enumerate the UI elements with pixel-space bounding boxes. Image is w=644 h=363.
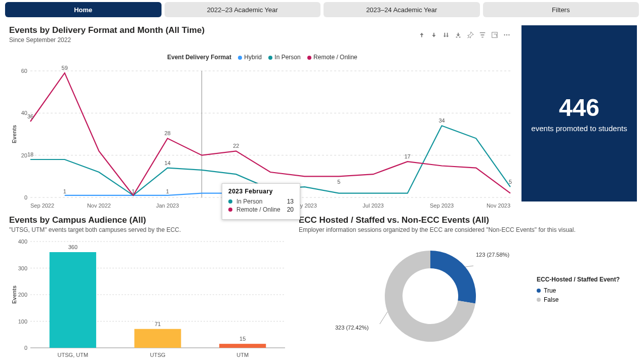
svg-text:1: 1 bbox=[132, 188, 135, 194]
donut-label-false: 323 (72.42%) bbox=[335, 325, 369, 331]
tooltip-val-remote: 20 bbox=[287, 206, 294, 213]
donut-sw-true bbox=[537, 289, 541, 293]
svg-text:Jan 2023: Jan 2023 bbox=[156, 203, 179, 209]
svg-text:34: 34 bbox=[438, 117, 445, 124]
tab-2023-24[interactable]: 2023–24 Academic Year bbox=[324, 2, 480, 17]
svg-line-56 bbox=[465, 266, 473, 267]
svg-line-57 bbox=[380, 312, 387, 324]
chart-tooltip: 2023 February In Person 13 Remote / Onli… bbox=[222, 183, 300, 220]
svg-text:5: 5 bbox=[337, 179, 340, 185]
svg-text:Nov 2022: Nov 2022 bbox=[87, 203, 111, 209]
barchart-svg[interactable]: 0100200300400360UTSG, UTM71UTSG15UTMEven… bbox=[9, 236, 290, 363]
focus-icon[interactable] bbox=[491, 31, 498, 38]
tab-bar: Home 2022–23 Academic Year 2023–24 Acade… bbox=[0, 0, 644, 17]
tooltip-val-inperson: 13 bbox=[287, 198, 294, 205]
donut-legend: ECC-Hosted / Staffed Event? True False bbox=[537, 276, 620, 305]
svg-rect-45 bbox=[50, 252, 96, 348]
svg-text:400: 400 bbox=[18, 238, 27, 245]
svg-text:1: 1 bbox=[63, 188, 66, 194]
tab-home[interactable]: Home bbox=[5, 2, 162, 17]
svg-text:Nov 2023: Nov 2023 bbox=[487, 203, 510, 209]
svg-text:28: 28 bbox=[165, 130, 171, 136]
svg-point-2 bbox=[506, 34, 507, 35]
tab-2022-23[interactable]: 2022–23 Academic Year bbox=[165, 2, 321, 17]
tooltip-dot-remote bbox=[228, 208, 232, 212]
svg-text:Events: Events bbox=[11, 125, 17, 143]
barchart-visual: Events by Campus Audience (All) "UTSG, U… bbox=[9, 215, 290, 363]
svg-text:Sep 2022: Sep 2022 bbox=[30, 203, 54, 209]
pin-icon[interactable] bbox=[467, 31, 474, 38]
donut-legend-true[interactable]: True bbox=[544, 287, 556, 294]
svg-text:Jul 2023: Jul 2023 bbox=[363, 203, 384, 209]
svg-point-3 bbox=[508, 34, 509, 35]
svg-text:60: 60 bbox=[21, 68, 27, 74]
svg-rect-51 bbox=[219, 344, 266, 348]
svg-text:360: 360 bbox=[68, 244, 77, 250]
kpi-value: 446 bbox=[559, 94, 599, 122]
svg-text:5: 5 bbox=[509, 179, 512, 185]
visual-toolbar bbox=[418, 31, 510, 38]
svg-text:100: 100 bbox=[18, 318, 27, 325]
svg-text:22: 22 bbox=[233, 143, 239, 149]
drillup-icon[interactable] bbox=[418, 31, 425, 38]
tooltip-dot-inperson bbox=[228, 199, 232, 204]
svg-rect-48 bbox=[134, 329, 181, 348]
donut-sw-false bbox=[537, 298, 541, 302]
svg-text:20: 20 bbox=[21, 152, 27, 158]
svg-text:40: 40 bbox=[21, 110, 27, 116]
barchart-subtitle: "UTSG, UTM" events target both campuses … bbox=[9, 226, 290, 233]
donut-legend-false[interactable]: False bbox=[544, 296, 558, 303]
svg-text:Events: Events bbox=[11, 286, 17, 304]
svg-text:UTM: UTM bbox=[236, 352, 249, 358]
drilldown-icon[interactable] bbox=[430, 31, 437, 38]
svg-text:17: 17 bbox=[405, 153, 411, 159]
donut-visual: ECC Hosted / Staffed vs. Non-ECC Events … bbox=[299, 215, 643, 363]
svg-text:Sep 2023: Sep 2023 bbox=[430, 203, 454, 209]
donut-legend-title: ECC-Hosted / Staffed Event? bbox=[537, 276, 620, 283]
svg-text:1: 1 bbox=[166, 188, 169, 194]
svg-text:UTSG, UTM: UTSG, UTM bbox=[58, 352, 89, 358]
svg-text:59: 59 bbox=[62, 65, 68, 71]
svg-text:18: 18 bbox=[27, 151, 33, 157]
donut-subtitle: Employer information sessions organized … bbox=[299, 226, 643, 233]
donut-label-true: 123 (27.58%) bbox=[476, 252, 509, 258]
svg-text:200: 200 bbox=[18, 292, 27, 298]
kpi-card: 446 events promoted to students bbox=[521, 25, 637, 201]
tooltip-title: 2023 February bbox=[228, 188, 294, 195]
svg-point-1 bbox=[504, 34, 505, 35]
svg-text:UTSG: UTSG bbox=[150, 352, 166, 358]
svg-text:0: 0 bbox=[24, 194, 27, 200]
more-icon[interactable] bbox=[503, 31, 510, 38]
tooltip-label-inperson: In Person bbox=[236, 198, 282, 205]
svg-text:71: 71 bbox=[154, 321, 160, 327]
linechart-visual: Events by Delivery Format and Month (All… bbox=[9, 25, 515, 213]
filter-icon[interactable] bbox=[479, 31, 486, 38]
expand-hier-icon[interactable] bbox=[455, 31, 462, 38]
svg-text:15: 15 bbox=[239, 336, 246, 342]
kpi-label: events promoted to students bbox=[524, 124, 634, 134]
svg-text:300: 300 bbox=[18, 265, 27, 271]
donut-svg[interactable] bbox=[375, 240, 486, 352]
donut-title: ECC Hosted / Staffed vs. Non-ECC Events … bbox=[299, 215, 643, 225]
tab-filters[interactable]: Filters bbox=[483, 2, 639, 17]
svg-text:36: 36 bbox=[27, 113, 33, 119]
svg-text:14: 14 bbox=[165, 160, 171, 166]
expand-down-icon[interactable] bbox=[442, 31, 450, 38]
tooltip-label-remote: Remote / Online bbox=[236, 206, 282, 213]
svg-text:0: 0 bbox=[24, 345, 27, 351]
